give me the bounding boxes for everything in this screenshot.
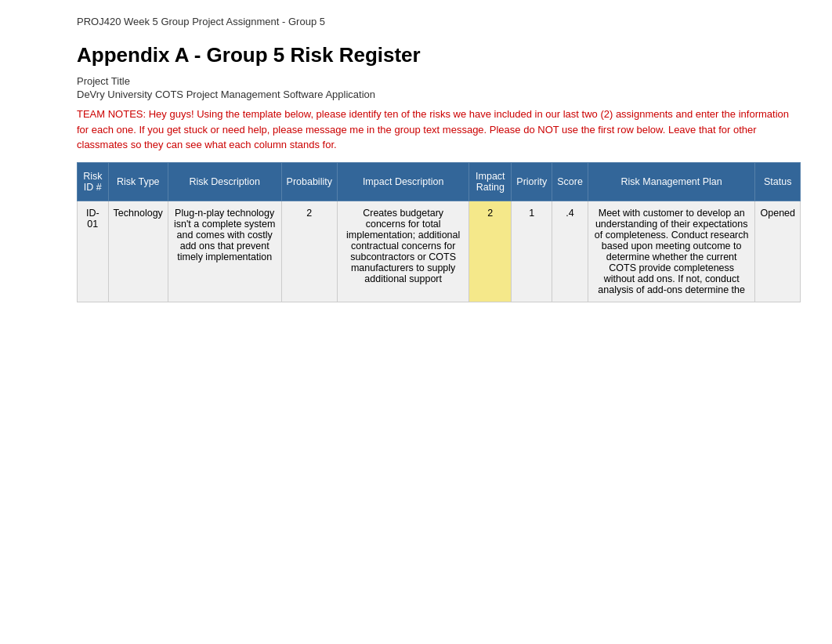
col-status: Status: [755, 162, 801, 201]
col-score: Score: [552, 162, 588, 201]
col-impact-rating: Impact Rating: [469, 162, 512, 201]
table-header-row: Risk ID # Risk Type Risk Description Pro…: [78, 162, 801, 201]
cell-status: Opened: [755, 201, 801, 302]
cell-risk-id: ID-01: [78, 201, 109, 302]
document-title: PROJ420 Week 5 Group Project Assignment …: [77, 16, 325, 27]
cell-risk-type: Technology: [108, 201, 168, 302]
cell-impact-description: Creates budgetary concerns for total imp…: [337, 201, 468, 302]
col-probability: Probability: [281, 162, 337, 201]
team-notes: TEAM NOTES: Hey guys! Using the template…: [77, 107, 801, 153]
project-title: DeVry University COTS Project Management…: [77, 89, 801, 100]
table-row: ID-01 Technology Plug-n-play technology …: [78, 201, 801, 302]
cell-priority: 1: [512, 201, 552, 302]
col-risk-id: Risk ID #: [78, 162, 109, 201]
col-priority: Priority: [512, 162, 552, 201]
cell-risk-management-plan: Meet with customer to develop an underst…: [588, 201, 755, 302]
col-risk-description: Risk Description: [168, 162, 281, 201]
cell-impact-rating: 2: [469, 201, 512, 302]
col-impact-description: Impact Description: [337, 162, 468, 201]
cell-probability: 2: [281, 201, 337, 302]
cell-risk-description: Plug-n-play technology isn't a complete …: [168, 201, 281, 302]
risk-register-table: Risk ID # Risk Type Risk Description Pro…: [77, 162, 801, 302]
appendix-title: Appendix A - Group 5 Risk Register: [77, 43, 801, 67]
col-risk-management-plan: Risk Management Plan: [588, 162, 755, 201]
col-risk-type: Risk Type: [108, 162, 168, 201]
cell-score: .4: [552, 201, 588, 302]
project-label: Project Title: [77, 75, 801, 87]
